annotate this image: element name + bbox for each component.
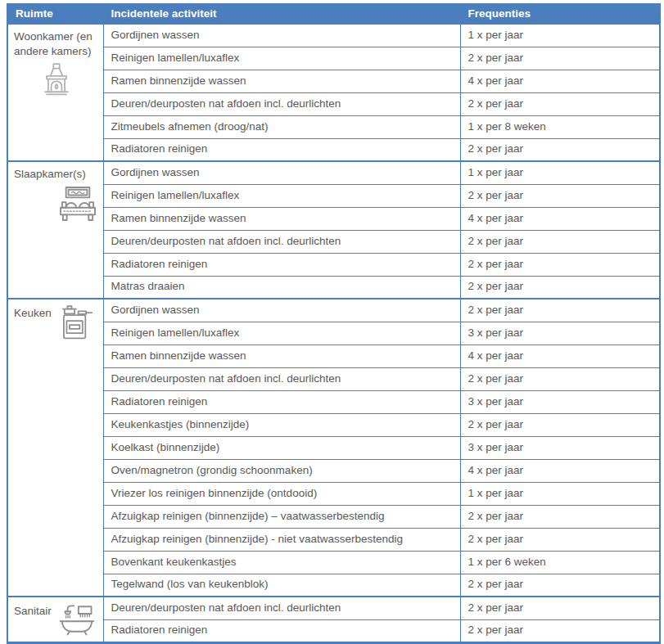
table-row: Ramen binnenzijde wassen4 x per jaar <box>7 70 660 92</box>
room-cell-content: Sanitair <box>14 602 100 636</box>
activity-cell: Deuren/deurposten nat afdoen incl. deurl… <box>103 597 460 619</box>
activity-cell: Deuren/deurposten nat afdoen incl. deurl… <box>103 230 460 253</box>
frequency-cell: 3 x per jaar <box>460 322 660 345</box>
frequency-cell: 4 x per jaar <box>460 207 660 230</box>
room-label: Woonkamer (en andere kamers) <box>14 29 100 58</box>
table-row: Slaapkamer(s)Gordijnen wassen1 x per jaa… <box>7 161 660 184</box>
table-row: Deuren/deurposten nat afdoen incl. deurl… <box>7 92 660 115</box>
frequency-cell: 2 x per jaar <box>460 597 660 619</box>
frequency-cell: 2 x per jaar <box>460 619 660 642</box>
room-label: Slaapkamer(s) <box>14 167 100 182</box>
room-cell-content: Woonkamer (en andere kamers) <box>14 29 100 97</box>
column-header-activiteit: Incidentele activiteit <box>103 4 460 24</box>
room-cell-keuken: Keuken <box>7 299 103 597</box>
table-row: Deuren/deurposten nat afdoen incl. deurl… <box>7 367 660 390</box>
frequency-cell: 3 x per jaar <box>460 390 660 413</box>
frequency-cell: 1 x per jaar <box>460 24 660 47</box>
frequency-cell: 1 x per 8 weken <box>460 115 660 138</box>
activity-cell: Matras draaien <box>103 276 460 299</box>
header-row: Ruimte Incidentele activiteit Frequentie… <box>7 4 660 24</box>
frequency-cell: 2 x per jaar <box>460 276 660 299</box>
activity-cell: Deuren/deurposten nat afdoen incl. deurl… <box>103 367 460 390</box>
bathtub-icon <box>57 602 97 636</box>
table-row: Bovenkant keukenkastjes1 x per 6 weken <box>7 551 660 574</box>
frequency-cell: 1 x per jaar <box>460 482 660 505</box>
table-row: Matras draaien2 x per jaar <box>7 276 660 299</box>
table-row: Woonkamer (en andere kamers)Gordijnen wa… <box>7 24 660 47</box>
room-cell-content: Keuken <box>14 304 100 340</box>
table-row: Zitmeubels afnemen (droog/nat)1 x per 8 … <box>7 115 660 138</box>
activity-cell: Tegelwand (los van keukenblok) <box>103 574 460 597</box>
table-row: Radiatoren reinigen3 x per jaar <box>7 390 660 413</box>
table-row: Radiatoren reinigen2 x per jaar <box>7 138 660 161</box>
activity-cell: Keukenkastjes (binnenzijde) <box>103 413 460 436</box>
stove-icon <box>57 304 93 340</box>
table-row: Reinigen lamellen/luxaflex3 x per jaar <box>7 322 660 345</box>
table-row: Reinigen lamellen/luxaflex2 x per jaar <box>7 47 660 70</box>
table-row: Koelkast (binnenzijde)3 x per jaar <box>7 436 660 459</box>
table-row: Oven/magnetron (grondig schoonmaken)4 x … <box>7 459 660 482</box>
activity-cell: Vriezer los reinigen binnenzijde (ontdoo… <box>103 482 460 505</box>
frequency-cell: 2 x per jaar <box>460 413 660 436</box>
activity-cell: Gordijnen wassen <box>103 24 460 47</box>
frequency-cell: 2 x per jaar <box>460 230 660 253</box>
activity-cell: Gordijnen wassen <box>103 161 460 184</box>
table-row: Afzuigkap reinigen (binnenzijde) – vaatw… <box>7 505 660 528</box>
frequency-cell: 2 x per jaar <box>460 299 660 322</box>
frequency-cell: 2 x per jaar <box>460 574 660 597</box>
room-cell-content: Slaapkamer(s) <box>14 167 100 221</box>
frequency-cell: 2 x per jaar <box>460 184 660 207</box>
table-row: Radiatoren reinigen2 x per jaar <box>7 619 660 642</box>
activity-cell: Reinigen lamellen/luxaflex <box>103 184 460 207</box>
frequency-cell: 1 x per jaar <box>460 161 660 184</box>
activity-cell: Zitmeubels afnemen (droog/nat) <box>103 115 460 138</box>
room-cell-slaapkamer-s: Slaapkamer(s) <box>7 161 103 299</box>
bed-icon <box>14 187 100 221</box>
room-label: Keuken <box>14 304 52 321</box>
activity-cell: Radiatoren reinigen <box>103 390 460 413</box>
table-row: Radiatoren reinigen2 x per jaar <box>7 253 660 276</box>
column-header-frequenties: Frequenties <box>460 4 660 24</box>
frequency-cell: 2 x per jaar <box>460 367 660 390</box>
table-row: Deuren/deurposten nat afdoen incl. deurl… <box>7 230 660 253</box>
table-body: Woonkamer (en andere kamers)Gordijnen wa… <box>7 24 660 642</box>
frequency-cell: 4 x per jaar <box>460 70 660 92</box>
room-cell-sanitair: Sanitair <box>7 597 103 642</box>
table-row: Ramen binnenzijde wassen4 x per jaar <box>7 345 660 367</box>
frequency-cell: 1 x per 6 weken <box>460 551 660 574</box>
frequency-cell: 4 x per jaar <box>460 459 660 482</box>
frequency-cell: 2 x per jaar <box>460 528 660 551</box>
table-row: Afzuigkap reinigen (binnenzijde) - niet … <box>7 528 660 551</box>
table-row: Keukenkastjes (binnenzijde)2 x per jaar <box>7 413 660 436</box>
table-row: Vriezer los reinigen binnenzijde (ontdoo… <box>7 482 660 505</box>
column-header-ruimte: Ruimte <box>7 4 103 24</box>
activity-cell: Ramen binnenzijde wassen <box>103 70 460 92</box>
activity-cell: Reinigen lamellen/luxaflex <box>103 322 460 345</box>
cleaning-frequency-table: Ruimte Incidentele activiteit Frequentie… <box>7 3 661 644</box>
activity-cell: Oven/magnetron (grondig schoonmaken) <box>103 459 460 482</box>
room-label: Sanitair <box>14 602 52 619</box>
table-row: SanitairDeuren/deurposten nat afdoen inc… <box>7 597 660 619</box>
activity-cell: Bovenkant keukenkastjes <box>103 551 460 574</box>
frequency-cell: 4 x per jaar <box>460 345 660 367</box>
table-row: Ramen binnenzijde wassen4 x per jaar <box>7 207 660 230</box>
activity-cell: Reinigen lamellen/luxaflex <box>103 47 460 70</box>
cleaning-frequency-table-wrapper: Ruimte Incidentele activiteit Frequentie… <box>0 0 664 644</box>
frequency-cell: 2 x per jaar <box>460 47 660 70</box>
table-row: KeukenGordijnen wassen2 x per jaar <box>7 299 660 322</box>
frequency-cell: 2 x per jaar <box>460 138 660 161</box>
room-cell-woonkamer-en-andere-kamers: Woonkamer (en andere kamers) <box>7 24 103 161</box>
activity-cell: Deuren/deurposten nat afdoen incl. deurl… <box>103 92 460 115</box>
activity-cell: Radiatoren reinigen <box>103 619 460 642</box>
fireplace-icon <box>14 63 100 97</box>
frequency-cell: 2 x per jaar <box>460 505 660 528</box>
frequency-cell: 2 x per jaar <box>460 253 660 276</box>
frequency-cell: 2 x per jaar <box>460 92 660 115</box>
activity-cell: Radiatoren reinigen <box>103 253 460 276</box>
activity-cell: Ramen binnenzijde wassen <box>103 207 460 230</box>
activity-cell: Afzuigkap reinigen (binnenzijde) - niet … <box>103 528 460 551</box>
frequency-cell: 3 x per jaar <box>460 436 660 459</box>
activity-cell: Afzuigkap reinigen (binnenzijde) – vaatw… <box>103 505 460 528</box>
activity-cell: Radiatoren reinigen <box>103 138 460 161</box>
activity-cell: Gordijnen wassen <box>103 299 460 322</box>
